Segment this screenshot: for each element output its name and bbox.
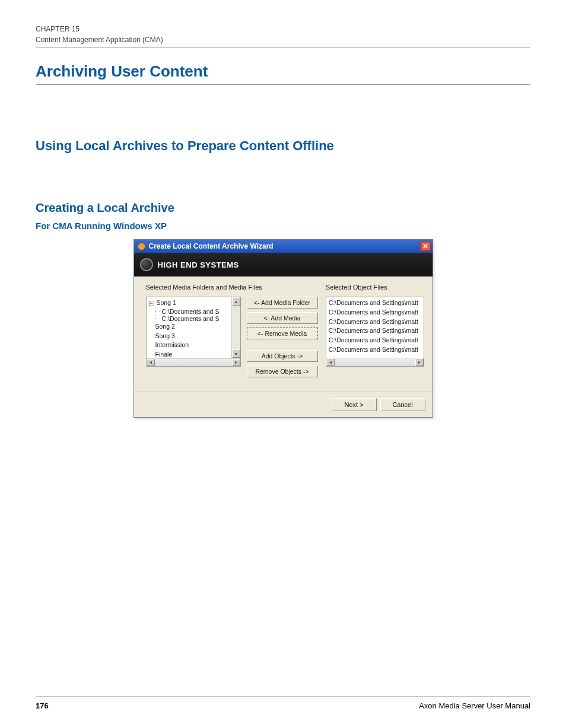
page-header: CHAPTER 15 Content Management Applicatio… [36,24,530,48]
heading-2: Using Local Archives to Prepare Content … [36,138,530,154]
scroll-left-icon[interactable]: ◂ [326,358,335,366]
brand-text: HIGH END SYSTEMS [158,260,239,269]
titlebar: Create Local Content Archive Wizard ✕ [134,240,433,253]
list-item[interactable]: C:\Documents and Settings\matt [329,345,424,355]
scroll-track[interactable] [155,359,232,366]
scroll-right-icon[interactable]: ▸ [415,358,424,366]
left-list-label: Selected Media Folders and Media Files [146,284,241,291]
media-folders-list[interactable]: −Song 1 C:\Documents and S C:\Documents … [146,297,241,367]
tree-child[interactable]: C:\Documents and S [149,315,240,322]
page-number: 176 [36,701,49,710]
brand-bar: HIGH END SYSTEMS [134,253,433,276]
scroll-up-icon[interactable]: ▴ [232,297,240,306]
list-item[interactable]: C:\Documents and Settings\matt [329,317,424,327]
tree-item[interactable]: Intermission [149,341,240,350]
wizard-dialog: Create Local Content Archive Wizard ✕ HI… [133,239,433,418]
add-objects-button[interactable]: Add Objects -> [247,350,318,362]
tree-item[interactable]: Song 3 [149,332,240,341]
remove-media-button[interactable]: <- Remove Media [247,328,318,339]
scroll-right-icon[interactable]: ▸ [232,359,240,366]
tree-collapse-icon[interactable]: − [149,301,154,306]
brand-logo-icon [140,258,153,271]
scroll-left-icon[interactable]: ◂ [147,359,155,366]
right-list-label: Selected Object Files [326,284,424,291]
heading-1: Archiving User Content [36,62,530,85]
horizontal-scrollbar[interactable]: ◂ ▸ [147,358,240,366]
manual-title: Axon Media Server User Manual [419,701,530,710]
horizontal-scrollbar[interactable]: ◂ ▸ [326,358,424,366]
object-files-list[interactable]: C:\Documents and Settings\matt C:\Docume… [326,297,424,367]
list-item[interactable]: C:\Documents and Settings\matt [329,336,424,345]
list-item[interactable]: C:\Documents and Settings\matt [329,326,424,336]
list-item[interactable]: C:\Documents and Settings\matt [329,308,424,317]
tree-child[interactable]: C:\Documents and S [149,308,240,315]
heading-4: For CMA Running Windows XP [36,221,530,231]
tree-item[interactable]: Song 2 [149,322,240,332]
list-item[interactable]: C:\Documents and Settings\matt [329,298,424,308]
scroll-track[interactable] [335,358,415,366]
next-button[interactable]: Next > [332,398,377,411]
add-media-button[interactable]: <- Add Media [247,312,318,324]
close-icon: ✕ [422,243,428,250]
remove-objects-button[interactable]: Remove Objects -> [247,365,318,377]
close-button[interactable]: ✕ [420,241,431,251]
tree-item[interactable]: Finale [149,350,240,358]
vertical-scrollbar[interactable]: ▴ ▾ [231,297,240,358]
page-footer: 176 Axon Media Server User Manual [36,696,530,710]
add-media-folder-button[interactable]: <- Add Media Folder [247,297,318,309]
chapter-label: CHAPTER 15 [36,24,530,34]
scroll-down-icon[interactable]: ▾ [232,349,240,358]
wizard-footer: Next > Cancel [134,392,433,417]
chapter-subtitle: Content Management Application (CMA) [36,34,530,45]
app-icon [138,243,145,250]
wizard-body: Selected Media Folders and Media Files −… [134,276,433,392]
window-title: Create Local Content Archive Wizard [149,242,274,250]
tree-root[interactable]: −Song 1 [149,298,240,308]
tree-root-label: Song 1 [157,299,176,306]
cancel-button[interactable]: Cancel [380,398,425,411]
heading-3: Creating a Local Archive [36,201,530,215]
